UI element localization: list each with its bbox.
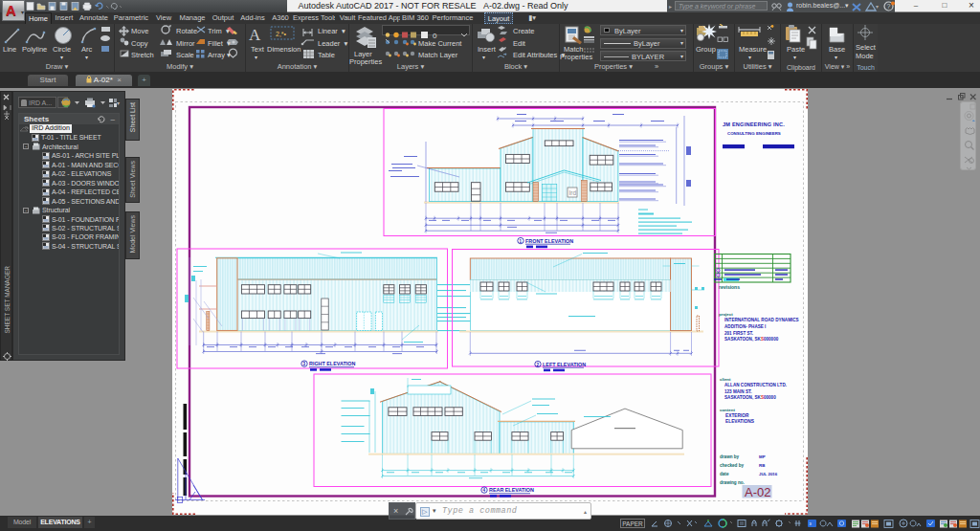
svg-text:LEFT ELEVATION: LEFT ELEVATION <box>543 362 586 367</box>
svg-text:checked by: checked by <box>720 463 744 468</box>
svg-text:INTERNATIONAL ROAD DYNAMICS: INTERNATIONAL ROAD DYNAMICS <box>724 318 799 322</box>
svg-text:3: 3 <box>303 362 306 366</box>
svg-text:EXTERIOR: EXTERIOR <box>725 413 749 418</box>
svg-text:JM ENGINEERING INC.: JM ENGINEERING INC. <box>723 122 785 127</box>
svg-text:?: ? <box>887 3 891 10</box>
svg-text:client: client <box>720 377 731 382</box>
svg-text:ADDITION- PHASE I: ADDITION- PHASE I <box>724 324 766 329</box>
svg-text:A: A <box>249 26 261 44</box>
svg-text:SASKATOON, SKS000000: SASKATOON, SKS000000 <box>724 337 779 342</box>
svg-text:ELEVATIONS: ELEVATIONS <box>725 419 755 424</box>
svg-text:RIGHT ELEVATION: RIGHT ELEVATION <box>309 361 355 366</box>
svg-text:201 FIRST ST.: 201 FIRST ST. <box>724 331 753 336</box>
svg-text:A-02: A-02 <box>745 485 770 499</box>
svg-text:ALLAN CONSTRUCTION LTD.: ALLAN CONSTRUCTION LTD. <box>724 383 787 387</box>
svg-text:123 MAIN ST.: 123 MAIN ST. <box>724 389 752 394</box>
svg-text:JUL 2016: JUL 2016 <box>759 472 778 476</box>
svg-text:4: 4 <box>483 488 486 493</box>
svg-text:drawn by: drawn by <box>720 454 740 459</box>
svg-text:SASKATOON, SKS00000: SASKATOON, SKS00000 <box>724 395 776 400</box>
svg-text:date: date <box>720 472 729 476</box>
svg-text:project: project <box>719 312 733 317</box>
svg-text:2,*•: 2,*• <box>276 31 287 37</box>
svg-text:revisions: revisions <box>719 284 740 290</box>
svg-text:drawing no.: drawing no. <box>720 480 745 485</box>
svg-text:CONSULTING ENGINEERS: CONSULTING ENGINEERS <box>727 131 781 136</box>
svg-text:MP: MP <box>759 454 766 459</box>
svg-text:Ird: Ird <box>569 189 577 196</box>
svg-text:FRONT ELEVATION: FRONT ELEVATION <box>525 238 573 244</box>
svg-text:REAR ELEVATION: REAR ELEVATION <box>489 487 534 493</box>
svg-text:RB: RB <box>759 463 765 468</box>
svg-text:1: 1 <box>520 239 523 244</box>
svg-text:content: content <box>720 408 735 412</box>
